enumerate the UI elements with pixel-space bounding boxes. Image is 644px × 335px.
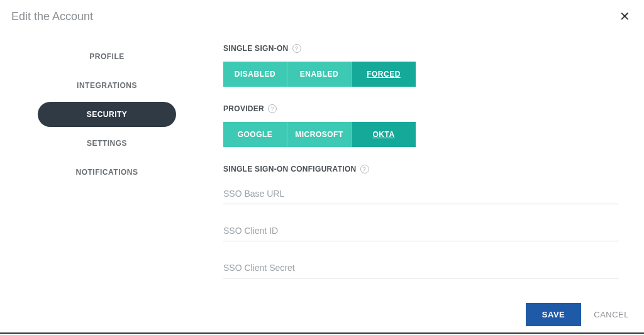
dialog-content: PROFILE INTEGRATIONS SECURITY SETTINGS N… xyxy=(0,30,644,294)
field-sso-base-url xyxy=(223,182,619,204)
provider-label-text: PROVIDER xyxy=(223,104,264,113)
save-button[interactable]: SAVE xyxy=(526,303,581,326)
sso-client-secret-input[interactable] xyxy=(223,256,619,278)
provider-option-google[interactable]: GOOGLE xyxy=(223,122,287,147)
close-icon[interactable]: ✕ xyxy=(617,8,633,25)
provider-segmented: GOOGLE MICROSOFT OKTA xyxy=(223,122,619,147)
dialog-header: Edit the Account ✕ xyxy=(0,0,644,30)
sso-base-url-input[interactable] xyxy=(223,182,619,204)
field-sso-client-id xyxy=(223,219,619,241)
cancel-button[interactable]: CANCEL xyxy=(594,310,629,319)
config-label-text: SINGLE SIGN-ON CONFIGURATION xyxy=(223,165,357,173)
sso-section-label: SINGLE SIGN-ON ? xyxy=(223,44,619,53)
sidebar: PROFILE INTEGRATIONS SECURITY SETTINGS N… xyxy=(0,36,214,294)
sso-option-enabled[interactable]: ENABLED xyxy=(287,62,352,87)
sidebar-item-notifications[interactable]: NOTIFICATIONS xyxy=(38,160,176,185)
main-panel: SINGLE SIGN-ON ? DISABLED ENABLED FORCED… xyxy=(214,36,644,294)
sidebar-item-integrations[interactable]: INTEGRATIONS xyxy=(38,73,176,98)
sso-segmented: DISABLED ENABLED FORCED xyxy=(223,62,619,87)
sidebar-item-profile[interactable]: PROFILE xyxy=(38,44,176,69)
sidebar-item-security[interactable]: SECURITY xyxy=(38,102,176,127)
sidebar-item-label: PROFILE xyxy=(89,52,125,61)
bottom-divider xyxy=(0,332,644,334)
help-icon[interactable]: ? xyxy=(268,104,277,113)
help-icon[interactable]: ? xyxy=(292,44,301,53)
field-sso-client-secret xyxy=(223,256,619,278)
sso-label-text: SINGLE SIGN-ON xyxy=(223,44,289,53)
sidebar-item-label: SETTINGS xyxy=(87,139,127,148)
provider-section-label: PROVIDER ? xyxy=(223,104,619,113)
sso-client-id-input[interactable] xyxy=(223,219,619,241)
help-icon[interactable]: ? xyxy=(360,165,369,173)
dialog-footer: SAVE CANCEL xyxy=(526,303,629,326)
provider-option-okta[interactable]: OKTA xyxy=(352,122,416,147)
sidebar-item-label: NOTIFICATIONS xyxy=(76,168,138,177)
dialog-title: Edit the Account xyxy=(11,10,93,23)
config-section-label: SINGLE SIGN-ON CONFIGURATION ? xyxy=(223,165,619,173)
sidebar-item-settings[interactable]: SETTINGS xyxy=(38,131,176,156)
provider-option-microsoft[interactable]: MICROSOFT xyxy=(287,122,352,147)
sso-option-forced[interactable]: FORCED xyxy=(352,62,416,87)
sidebar-item-label: SECURITY xyxy=(87,110,128,119)
sso-option-disabled[interactable]: DISABLED xyxy=(223,62,287,87)
sidebar-item-label: INTEGRATIONS xyxy=(77,81,137,90)
